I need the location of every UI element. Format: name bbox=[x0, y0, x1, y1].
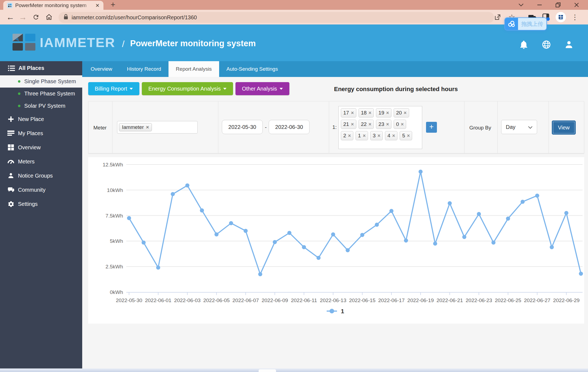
hour-chip-remove-icon[interactable]: × bbox=[348, 133, 351, 139]
hour-chip-4[interactable]: 4× bbox=[385, 131, 397, 140]
address-bar[interactable]: iammeter.com/dz/user/hourComparisonRepor… bbox=[59, 12, 494, 23]
data-point[interactable] bbox=[302, 245, 306, 249]
sidebar-item-settings[interactable]: Settings bbox=[0, 197, 82, 211]
data-point[interactable] bbox=[520, 200, 525, 204]
date-from-input[interactable]: 2022-05-30 bbox=[222, 120, 263, 134]
energy-consumption-analysis-button[interactable]: Energy Consumption Analysis bbox=[142, 82, 233, 95]
legend-item[interactable]: 1 bbox=[327, 308, 344, 315]
hour-chip-23[interactable]: 23× bbox=[376, 120, 391, 129]
data-point[interactable] bbox=[229, 221, 233, 225]
data-point[interactable] bbox=[375, 223, 379, 227]
hour-chip-remove-icon[interactable]: × bbox=[378, 133, 381, 139]
browser-menu-icon[interactable]: ⋮ bbox=[569, 12, 581, 23]
data-point[interactable] bbox=[287, 231, 292, 235]
tab-auto-sending-settings[interactable]: Auto-Sending Settings bbox=[219, 61, 285, 77]
data-point[interactable] bbox=[579, 272, 583, 276]
new-tab-button[interactable]: + bbox=[108, 1, 118, 9]
data-point[interactable] bbox=[389, 209, 393, 213]
data-point[interactable] bbox=[491, 241, 495, 245]
data-point[interactable] bbox=[550, 245, 554, 249]
data-point[interactable] bbox=[418, 170, 422, 174]
other-analysis-button[interactable]: Other Analysis bbox=[235, 82, 289, 95]
data-point[interactable] bbox=[127, 216, 131, 220]
hour-chip-2[interactable]: 2× bbox=[341, 131, 353, 140]
data-point[interactable] bbox=[331, 232, 335, 237]
hour-chip-18[interactable]: 18× bbox=[359, 108, 374, 117]
hour-chip-remove-icon[interactable]: × bbox=[369, 122, 372, 127]
hour-chip-21[interactable]: 21× bbox=[341, 120, 356, 129]
sidebar-item-meters[interactable]: Meters bbox=[0, 154, 82, 169]
data-point[interactable] bbox=[258, 272, 262, 276]
sidebar-item-new-place[interactable]: New Place bbox=[0, 112, 82, 126]
tab-report-analysis[interactable]: Report Analysis bbox=[169, 61, 219, 77]
hour-chip-remove-icon[interactable]: × bbox=[369, 110, 372, 116]
hour-chip-remove-icon[interactable]: × bbox=[351, 110, 354, 116]
share-icon[interactable] bbox=[492, 12, 504, 23]
add-hour-row-button[interactable]: + bbox=[426, 122, 437, 133]
hour-chip-17[interactable]: 17× bbox=[341, 108, 356, 117]
hour-chip-5[interactable]: 5× bbox=[400, 131, 412, 140]
data-point[interactable] bbox=[477, 212, 481, 216]
hour-chip-0[interactable]: 0× bbox=[394, 120, 406, 129]
data-point[interactable] bbox=[535, 194, 539, 198]
data-point[interactable] bbox=[215, 232, 219, 237]
sidebar-item-community[interactable]: Community bbox=[0, 183, 82, 197]
data-point[interactable] bbox=[317, 256, 321, 260]
language-globe-icon[interactable] bbox=[541, 39, 552, 50]
data-point[interactable] bbox=[506, 216, 510, 221]
meter-select-input[interactable]: Iammeter × bbox=[117, 121, 198, 134]
view-button[interactable]: View bbox=[552, 120, 576, 135]
data-point[interactable] bbox=[360, 233, 364, 237]
data-point[interactable] bbox=[200, 208, 204, 212]
data-point[interactable] bbox=[564, 211, 568, 215]
restore-button[interactable] bbox=[549, 0, 567, 10]
data-point[interactable] bbox=[346, 248, 350, 252]
account-user-icon[interactable] bbox=[564, 39, 574, 50]
hour-chip-remove-icon[interactable]: × bbox=[401, 122, 404, 127]
data-point[interactable] bbox=[171, 192, 175, 196]
forward-icon[interactable]: → bbox=[17, 12, 28, 23]
drag-upload-overlay[interactable]: 拖拽上传 bbox=[504, 17, 547, 30]
refresh-icon[interactable] bbox=[30, 12, 41, 23]
data-point[interactable] bbox=[273, 240, 277, 244]
close-window-button[interactable] bbox=[567, 0, 586, 10]
sidebar-item-notice-groups[interactable]: Notice Groups bbox=[0, 169, 82, 183]
hour-chip-remove-icon[interactable]: × bbox=[363, 133, 366, 139]
sidebar-item-solar-pv-system[interactable]: Solar PV System bbox=[0, 100, 82, 112]
hour-chip-remove-icon[interactable]: × bbox=[404, 110, 407, 116]
sidebar-item-all-places[interactable]: All Places bbox=[0, 61, 82, 75]
hour-chip-1[interactable]: 1× bbox=[356, 131, 368, 140]
hour-chip-3[interactable]: 3× bbox=[370, 131, 383, 140]
hour-chip-remove-icon[interactable]: × bbox=[386, 110, 389, 116]
group-by-select[interactable]: Day bbox=[501, 120, 537, 134]
data-point[interactable] bbox=[448, 201, 452, 205]
sidebar-item-single-phase-system[interactable]: Single Phase System bbox=[0, 75, 82, 88]
home-icon[interactable] bbox=[44, 12, 54, 23]
billing-report-button[interactable]: Billing Report bbox=[88, 82, 139, 95]
taskbar-item[interactable] bbox=[259, 369, 276, 372]
hour-chip-19[interactable]: 19× bbox=[376, 108, 391, 117]
hour-chip-remove-icon[interactable]: × bbox=[392, 133, 395, 139]
profile-avatar[interactable] bbox=[555, 12, 567, 23]
hour-chip-20[interactable]: 20× bbox=[394, 108, 409, 117]
selected-hours-box[interactable]: 17×18×19×20×21×22×23×0×2×1×3×4×5× bbox=[338, 106, 422, 149]
sidebar-item-three-phase-system[interactable]: Three Phase System bbox=[0, 88, 82, 100]
data-point[interactable] bbox=[244, 229, 248, 233]
data-point[interactable] bbox=[156, 265, 160, 269]
back-icon[interactable]: ← bbox=[5, 12, 16, 23]
minimize-button[interactable] bbox=[530, 0, 549, 10]
tab-close-icon[interactable]: × bbox=[94, 2, 101, 9]
data-point[interactable] bbox=[185, 183, 189, 187]
meter-tag-remove-icon[interactable]: × bbox=[146, 124, 149, 130]
date-to-input[interactable]: 2022-06-30 bbox=[269, 120, 310, 134]
data-point[interactable] bbox=[462, 235, 466, 239]
notifications-bell-icon[interactable] bbox=[518, 39, 529, 50]
data-point[interactable] bbox=[433, 241, 437, 246]
browser-tab[interactable]: PowerMeter monitoring system × bbox=[3, 1, 103, 10]
hour-chip-remove-icon[interactable]: × bbox=[351, 122, 354, 127]
hour-chip-22[interactable]: 22× bbox=[359, 120, 374, 129]
tab-search-chevron-icon[interactable] bbox=[512, 0, 530, 10]
hour-chip-remove-icon[interactable]: × bbox=[386, 122, 389, 127]
hour-chip-remove-icon[interactable]: × bbox=[407, 133, 410, 139]
tab-history-record[interactable]: History Record bbox=[120, 61, 169, 77]
